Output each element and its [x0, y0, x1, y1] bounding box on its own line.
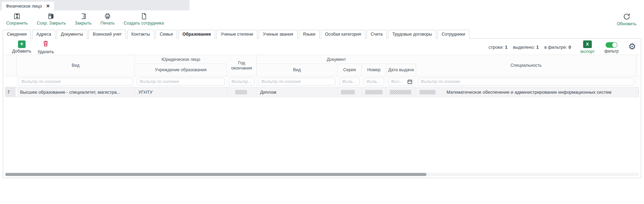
print-label: Печать	[100, 21, 114, 26]
cell-institution: УГНТУ	[135, 87, 227, 97]
in-filter-counter-value: 0	[569, 45, 571, 50]
rows-counter: строки:1	[488, 45, 507, 50]
plus-icon: +	[18, 40, 26, 48]
specialty-text: Математическое обеспечение и администрир…	[447, 90, 611, 95]
export-label: экспорт	[580, 49, 595, 54]
filter-input-institution[interactable]	[137, 78, 225, 85]
tab-adresa[interactable]: Адреса	[32, 30, 55, 39]
tab-sotrudniki[interactable]: Сотрудники	[438, 30, 469, 39]
tab-svedeniya[interactable]: Сведения	[3, 30, 31, 39]
header-grad-year[interactable]: Год окончания	[227, 55, 257, 76]
header-rownum	[5, 55, 17, 76]
save-button[interactable]: Сохранить	[6, 12, 28, 26]
tab-voinskiy-uchet[interactable]: Воинский учет	[89, 30, 126, 39]
tab-uchenye-zvaniya[interactable]: Ученые звания	[259, 30, 297, 39]
print-button[interactable]: Печать	[100, 12, 114, 26]
document-tab-fizlico[interactable]: Физическое лицо ✕	[2, 2, 54, 10]
add-label: Добавить	[12, 49, 31, 54]
in-filter-counter-label: в фильтре:	[544, 45, 567, 50]
document-tabbar: Физическое лицо ✕	[0, 0, 644, 10]
cell-vid: Высшее образование - специалитет, магист…	[17, 87, 135, 97]
group-label-legal-entity: Юридическое лицо	[135, 55, 227, 64]
filter-cell-issue-date	[386, 76, 416, 87]
header-specialty[interactable]: Специальность	[416, 55, 636, 76]
header-vid[interactable]: Вид	[17, 55, 135, 76]
tab-yazyki[interactable]: Языки	[299, 30, 320, 39]
close-button[interactable]: Закрыть	[75, 12, 91, 26]
horizontal-scrollbar-thumb[interactable]	[5, 173, 426, 176]
close-label: Закрыть	[75, 21, 91, 26]
filter-input-grad-year[interactable]	[229, 78, 255, 85]
tab-kontakty[interactable]: Контакты	[127, 30, 154, 39]
trash-icon	[42, 40, 49, 49]
filter-toggle-control[interactable]: фильтр	[605, 41, 619, 54]
specialty-code-redacted	[420, 90, 435, 94]
header-institution[interactable]: Учреждение образования	[135, 64, 227, 76]
tab-dokumenty[interactable]: Документы	[57, 30, 87, 39]
header-series[interactable]: Серия	[338, 64, 362, 76]
save-icon	[13, 12, 21, 20]
header-issue-date[interactable]: Дата выдачи	[386, 64, 416, 76]
cell-issue-date-redacted	[386, 87, 416, 97]
filter-cell-clipped-next	[636, 76, 639, 87]
cell-number-redacted	[362, 87, 386, 97]
main-toolbar: Сохранить Сохр. Закрыть Закрыть	[0, 10, 644, 27]
filter-cell-vid	[17, 76, 135, 87]
save-close-button[interactable]: Сохр. Закрыть	[37, 12, 66, 26]
cell-series-redacted	[338, 87, 362, 97]
refresh-button[interactable]: Обновить	[617, 12, 636, 26]
header-doc-vid[interactable]: Вид	[257, 64, 338, 76]
cell-clipped-next: 6	[636, 87, 639, 97]
filter-input-issue-date[interactable]	[388, 78, 414, 85]
tab-trudovye-dogovory[interactable]: Трудовые договоры	[388, 30, 436, 39]
save-close-label: Сохр. Закрыть	[37, 21, 66, 26]
tab-obrazovanie[interactable]: Образование	[178, 30, 215, 39]
filter-label: фильтр	[605, 49, 619, 54]
delete-row-button[interactable]: Удалить	[37, 40, 54, 54]
selected-counter: выделено:1	[513, 45, 539, 50]
add-row-button[interactable]: + Добавить	[12, 40, 31, 54]
filter-input-number[interactable]	[364, 78, 384, 85]
refresh-label: Обновить	[617, 21, 636, 26]
delete-label: Удалить	[37, 49, 54, 54]
education-table: Вид Юридическое лицо Учреждение образова…	[5, 55, 639, 97]
close-icon[interactable]: ✕	[46, 3, 50, 9]
filter-input-specialty[interactable]	[418, 78, 634, 85]
refresh-icon	[623, 12, 631, 21]
save-label: Сохранить	[6, 21, 28, 26]
tab-uchenye-stepeni[interactable]: Ученые степени	[217, 30, 257, 39]
table-row[interactable]: 7 Высшее образование - специалитет, маги…	[5, 87, 639, 97]
tab-scheta[interactable]: Счета	[367, 30, 387, 39]
create-employee-button[interactable]: Создать сотрудника	[123, 12, 164, 26]
grid-counters: строки:1 выделено:1 в фильтре:0	[488, 45, 571, 50]
document-tab-title: Физическое лицо	[6, 3, 42, 9]
cell-rownum: 7	[5, 87, 17, 97]
filter-cell-institution	[135, 76, 227, 87]
filter-cell-number	[362, 76, 386, 87]
export-excel-button[interactable]: X экспорт	[580, 40, 595, 54]
new-document-icon	[140, 12, 148, 20]
header-clipped-next	[636, 55, 639, 76]
in-filter-counter: в фильтре:0	[544, 45, 571, 50]
group-label-document: Документ	[257, 55, 416, 64]
filter-input-series[interactable]	[339, 78, 360, 85]
filter-cell-rownum	[5, 76, 17, 87]
toggle-on-icon[interactable]	[606, 42, 617, 48]
filter-input-doc-vid[interactable]	[258, 78, 335, 85]
tab-osobaya-kategoriya[interactable]: Особая категория	[321, 30, 365, 39]
filter-cell-specialty	[416, 76, 636, 87]
horizontal-scrollbar[interactable]	[5, 173, 639, 176]
filter-cell-grad-year	[227, 76, 257, 87]
door-icon	[79, 12, 87, 20]
create-employee-label: Создать сотрудника	[123, 21, 164, 26]
filter-cell-doc-vid	[257, 76, 338, 87]
selected-counter-value: 1	[536, 45, 539, 50]
header-group-legal-entity: Юридическое лицо Учреждение образования	[135, 55, 227, 76]
gear-icon[interactable]: ⚙	[628, 43, 636, 50]
header-number[interactable]: Номер	[362, 64, 386, 76]
tab-semya[interactable]: Семья	[156, 30, 177, 39]
grid-toolbar: + Добавить Удалить строки:1 выделено:1 в…	[3, 39, 641, 55]
save-close-icon	[47, 12, 55, 20]
filter-input-vid[interactable]	[18, 78, 133, 85]
table-header: Вид Юридическое лицо Учреждение образова…	[5, 55, 639, 76]
